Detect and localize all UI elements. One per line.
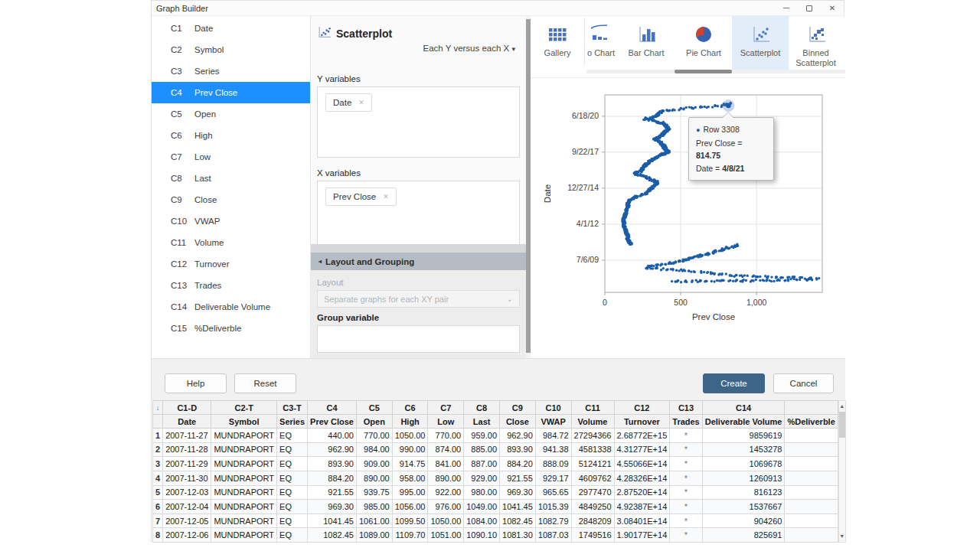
table-cell[interactable]: 922.00 [428, 485, 464, 500]
column-id-header[interactable] [785, 401, 838, 415]
gallery-item-gallery[interactable]: Gallery [531, 16, 584, 70]
gallery-item-o-chart[interactable]: o Chart [585, 16, 617, 70]
table-cell[interactable]: 929.00 [464, 471, 500, 485]
table-cell[interactable]: 1089.00 [356, 528, 392, 543]
table-cell[interactable]: 965.65 [535, 485, 571, 500]
row-number[interactable]: 2 [153, 442, 163, 457]
layout-grouping-header[interactable]: ◂ Layout and Grouping [311, 253, 526, 270]
column-id-header[interactable]: C9 [500, 401, 536, 415]
column-item-C14[interactable]: C14Deliverable Volume [152, 296, 310, 318]
row-number[interactable]: 3 [153, 457, 163, 471]
column-name-header[interactable]: Deliverable Volume [702, 415, 785, 429]
column-name-header[interactable]: Last [464, 415, 500, 429]
table-cell[interactable]: * [670, 514, 702, 528]
column-item-C2[interactable]: C2Symbol [152, 39, 310, 60]
table-cell[interactable]: 440.00 [308, 429, 357, 443]
table-cell[interactable]: * [670, 457, 702, 471]
column-name-header[interactable]: Turnover [614, 415, 670, 429]
table-cell[interactable]: 1061.00 [356, 514, 392, 528]
table-cell[interactable]: * [670, 500, 702, 514]
table-cell[interactable]: 958.00 [392, 471, 428, 485]
table-cell[interactable]: EQ [277, 500, 308, 514]
table-cell[interactable]: 884.20 [500, 457, 536, 471]
column-id-header[interactable]: C11 [571, 401, 614, 415]
column-id-header[interactable]: C5 [356, 401, 392, 415]
y-variables-box[interactable]: Date ✕ [317, 86, 520, 158]
table-cell[interactable]: 1537667 [702, 500, 785, 514]
table-cell[interactable]: 2.68772E+15 [614, 429, 670, 443]
table-cell[interactable]: 884.20 [308, 471, 357, 485]
table-cell[interactable]: 962.90 [500, 429, 536, 443]
table-cell[interactable]: 2977470 [571, 485, 614, 500]
column-item-C12[interactable]: C12Turnover [152, 253, 310, 275]
column-id-header[interactable]: C13 [670, 401, 702, 415]
column-id-header[interactable]: C7 [428, 401, 464, 415]
table-cell[interactable] [785, 457, 838, 471]
table-cell[interactable]: 2007-11-30 [163, 471, 211, 485]
table-cell[interactable]: 4.55066E+14 [614, 457, 670, 471]
table-cell[interactable]: 1082.45 [308, 528, 357, 543]
table-cell[interactable]: 921.55 [308, 485, 357, 500]
gallery-scrollbar-thumb[interactable] [675, 70, 732, 73]
layout-dropdown[interactable]: Separate graphs for each XY pair ⌄ [317, 290, 520, 308]
column-name-header[interactable]: Series [277, 415, 308, 429]
table-row[interactable]: 32007-11-29MUNDRAPORTEQ893.90909.00914.7… [153, 457, 838, 471]
table-cell[interactable]: 909.00 [356, 457, 392, 471]
table-cell[interactable]: 893.90 [308, 457, 357, 471]
table-cell[interactable]: 976.00 [428, 500, 464, 514]
column-name-header[interactable]: Low [428, 415, 464, 429]
table-cell[interactable]: 985.00 [356, 500, 392, 514]
table-cell[interactable]: 1090.10 [464, 528, 500, 543]
minimize-button[interactable] [775, 1, 798, 15]
column-item-C7[interactable]: C7Low [152, 146, 310, 168]
create-button[interactable]: Create [703, 373, 765, 393]
table-cell[interactable]: 980.00 [464, 485, 500, 500]
table-cell[interactable]: 3.08401E+14 [614, 514, 670, 528]
table-cell[interactable]: 1260913 [702, 471, 785, 485]
table-cell[interactable] [785, 500, 838, 514]
scroll-down-icon[interactable]: ▼ [839, 533, 844, 539]
column-name-header[interactable]: Trades [670, 415, 702, 429]
gallery-item-binned-scatterplot[interactable]: Binned Scatterplot [789, 16, 843, 70]
table-cell[interactable]: 841.00 [428, 457, 464, 471]
table-cell[interactable]: 4.28326E+14 [614, 471, 670, 485]
table-cell[interactable]: 1082.79 [535, 514, 571, 528]
column-name-header[interactable]: Symbol [211, 415, 277, 429]
table-cell[interactable]: 904260 [702, 514, 785, 528]
table-row[interactable]: 52007-12-03MUNDRAPORTEQ921.55939.75995.0… [153, 485, 838, 500]
column-item-C4[interactable]: C4Prev Close [152, 82, 310, 103]
column-name-header[interactable]: %Deliverble [785, 415, 838, 429]
table-cell[interactable]: EQ [277, 485, 308, 500]
table-cell[interactable] [785, 471, 838, 485]
table-cell[interactable]: 893.90 [500, 442, 536, 457]
column-name-header[interactable]: Close [500, 415, 536, 429]
table-cell[interactable] [785, 485, 838, 500]
table-row[interactable]: 62007-12-04MUNDRAPORTEQ969.30985.001056.… [153, 500, 838, 514]
column-item-C1[interactable]: C1Date [152, 18, 310, 39]
table-cell[interactable]: 770.00 [428, 429, 464, 443]
table-cell[interactable]: 1041.45 [500, 500, 536, 514]
table-cell[interactable]: 1099.50 [392, 514, 428, 528]
table-cell[interactable]: 825691 [702, 528, 785, 543]
table-cell[interactable]: 4.92387E+14 [614, 500, 670, 514]
column-name-header[interactable]: VWAP [535, 415, 571, 429]
table-cell[interactable]: 890.00 [356, 471, 392, 485]
table-cell[interactable]: 770.00 [356, 429, 392, 443]
remove-chip-icon[interactable]: ✕ [358, 99, 364, 106]
row-number[interactable]: 4 [153, 471, 163, 485]
reset-button[interactable]: Reset [234, 373, 296, 393]
gallery-scrollbar[interactable] [586, 70, 845, 73]
table-cell[interactable]: EQ [277, 528, 308, 543]
restore-button[interactable] [798, 1, 821, 15]
table-cell[interactable]: * [670, 471, 702, 485]
table-cell[interactable]: 1069678 [702, 457, 785, 471]
table-cell[interactable] [785, 528, 838, 543]
row-number[interactable]: 8 [153, 528, 163, 543]
table-corner-cell[interactable]: ↓ [153, 401, 163, 415]
row-number[interactable]: 6 [153, 500, 163, 514]
table-row[interactable]: 82007-12-06MUNDRAPORTEQ1082.451089.00110… [153, 528, 838, 543]
table-row[interactable]: 22007-11-28MUNDRAPORTEQ962.90984.00990.0… [153, 442, 838, 457]
column-item-C3[interactable]: C3Series [152, 60, 310, 82]
table-cell[interactable]: 995.00 [392, 485, 428, 500]
table-cell[interactable]: 2007-12-04 [163, 500, 211, 514]
